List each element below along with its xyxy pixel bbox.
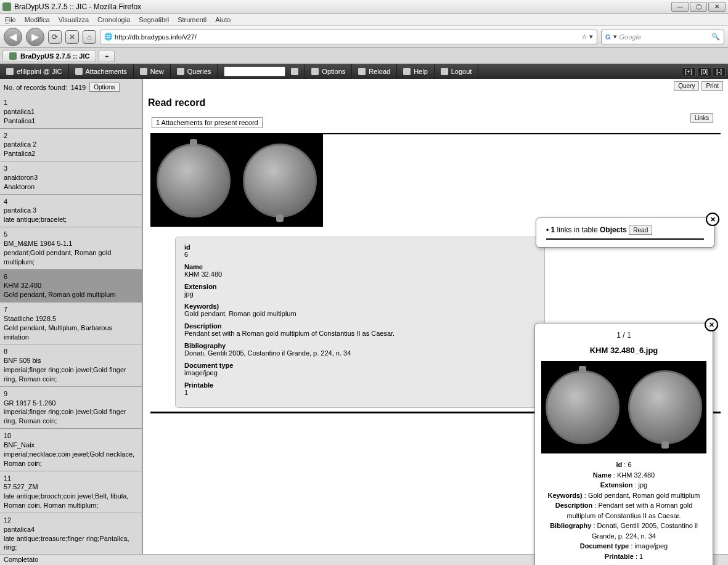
menu-file[interactable]: File: [5, 16, 16, 23]
record-image[interactable]: [150, 134, 323, 227]
record-list-item[interactable]: 10BNF_Naiximperial;necklace;coin jewel;G…: [0, 429, 142, 471]
window-title: BraDypUS 2.7.5 :: JIC - Mozilla Firefox: [14, 2, 671, 11]
record-list-item[interactable]: 1157.527_ZMlate antique;brooch;coin jewe…: [0, 471, 142, 513]
app-toolbar: efilippini @ JIC Attachements New Querie…: [0, 64, 728, 79]
browser-menubar: File Modifica Visualizza Cronologia Segn…: [0, 14, 728, 26]
records-count: 1419: [71, 84, 86, 91]
reload-icon: [358, 68, 366, 75]
globe-icon: 🌐: [104, 33, 113, 41]
attachments-bar[interactable]: 1 Attachements for present record: [152, 117, 263, 128]
grid-icon: [75, 68, 83, 75]
attachment-popup: ✕ 1 / 1 KHM 32.480_6.jpg id : 6 Name : K…: [534, 323, 713, 565]
menu-segnalibri[interactable]: Segnalibri: [139, 16, 169, 23]
popup-close-button[interactable]: ✕: [705, 318, 718, 331]
search-placeholder: Google: [620, 33, 641, 41]
toolbar-search: [218, 64, 305, 79]
user-icon: [6, 68, 14, 75]
toolbar-attachments[interactable]: Attachements: [69, 64, 134, 79]
browser-tab[interactable]: BraDypUS 2.7.5 :: JIC: [2, 50, 96, 62]
record-list-item[interactable]: 12pantalica4late antique;treasure;finger…: [0, 513, 142, 555]
record-list-item[interactable]: 9GR 1917 5-1.260imperial;finger ring;coi…: [0, 387, 142, 429]
menu-cronologia[interactable]: Cronologia: [97, 16, 130, 23]
popup-image[interactable]: [541, 361, 706, 453]
main-panel: Query Print Read record Links 1 Attachem…: [143, 79, 728, 565]
toolbar-options[interactable]: Options: [305, 64, 352, 79]
menu-strumenti[interactable]: Strumenti: [178, 16, 207, 23]
record-detail: id6 NameKHM 32.480 Extensionjpg Keywords…: [175, 237, 545, 408]
popup-counter: 1 / 1: [541, 331, 706, 339]
records-sidebar: No. of records found: 1419 Options 1pant…: [0, 79, 143, 565]
close-button[interactable]: ✕: [708, 2, 726, 12]
back-button[interactable]: ◀: [4, 28, 22, 46]
toolbar-search-input[interactable]: [224, 67, 285, 76]
menu-modifica[interactable]: Modifica: [25, 16, 50, 23]
os-titlebar: BraDypUS 2.7.5 :: JIC - Mozilla Firefox …: [0, 0, 728, 14]
record-list-item[interactable]: 4pantalica 3late antique;bracelet;: [0, 195, 142, 228]
search-icon[interactable]: 🔍: [711, 33, 720, 41]
google-icon: G: [605, 33, 611, 41]
browser-search[interactable]: G ▾ Google 🔍: [601, 30, 724, 44]
coin-reverse: [628, 370, 702, 444]
new-tab-button[interactable]: +: [99, 50, 115, 62]
query-icon: [177, 68, 184, 75]
coin-obverse: [546, 370, 620, 444]
record-list-item[interactable]: 3anaktoron3Anaktoron: [0, 161, 142, 195]
record-list-item[interactable]: 1pantalica1Pantalica1: [0, 96, 142, 129]
links-read-button[interactable]: Read: [629, 226, 652, 235]
zoom-in-button[interactable]: [+]: [682, 67, 696, 76]
toolbar-reload[interactable]: Reload: [352, 64, 397, 79]
browser-navbar: ◀ ▶ ⟳ ✕ ⌂ 🌐 http://db.bradypus.info/v27/…: [0, 26, 728, 48]
search-icon[interactable]: [291, 68, 298, 75]
records-count-label: No. of records found:: [4, 84, 67, 91]
toolbar-queries[interactable]: Queries: [171, 64, 218, 79]
dropdown-icon[interactable]: ▾: [613, 33, 617, 41]
options-icon: [311, 68, 319, 75]
forward-button[interactable]: ▶: [26, 28, 44, 46]
maximize-button[interactable]: ▢: [690, 2, 707, 12]
toolbar-new[interactable]: New: [134, 64, 171, 79]
toolbar-logout[interactable]: Logout: [435, 64, 479, 79]
sidebar-options-button[interactable]: Options: [89, 83, 119, 92]
url-bar[interactable]: 🌐 http://db.bradypus.info/v27/ ☆ ▾: [100, 30, 597, 44]
links-button[interactable]: Links: [690, 113, 713, 123]
status-text: Completato: [4, 556, 38, 563]
print-button[interactable]: Print: [701, 81, 723, 91]
help-icon: [403, 68, 411, 75]
query-button[interactable]: Query: [674, 81, 699, 91]
record-list-item[interactable]: 8BNF 509 bisimperial;finger ring;coin je…: [0, 344, 142, 386]
stop-button[interactable]: ✕: [65, 30, 79, 44]
popup-filename: KHM 32.480_6.jpg: [541, 346, 706, 355]
links-popup: ✕ 1 links in table Objects Read: [536, 217, 714, 248]
bookmark-star-icon[interactable]: ☆: [581, 33, 587, 41]
record-list-item[interactable]: 5BM_M&ME 1984 5-1.1pendant;Gold pendant,…: [0, 227, 142, 269]
page-heading: Read record: [143, 79, 728, 117]
record-list-item[interactable]: 7Staatliche 1928.5Gold pendant, Multiplu…: [0, 303, 142, 344]
zoom-out-button[interactable]: [-]: [713, 67, 726, 76]
toolbar-help[interactable]: Help: [397, 64, 435, 79]
tab-title: BraDypUS 2.7.5 :: JIC: [20, 52, 89, 60]
menu-aiuto[interactable]: Aiuto: [215, 16, 231, 23]
record-list-item[interactable]: 6KHM 32.480Gold pendant, Roman gold mult…: [0, 270, 142, 303]
tab-favicon-icon: [9, 52, 17, 60]
home-button[interactable]: ⌂: [83, 30, 96, 44]
reload-button[interactable]: ⟳: [48, 30, 62, 44]
dropdown-icon[interactable]: ▾: [589, 33, 593, 41]
user-badge[interactable]: efilippini @ JIC: [0, 64, 69, 79]
menu-visualizza[interactable]: Visualizza: [59, 16, 89, 23]
browser-tabbar: BraDypUS 2.7.5 :: JIC +: [0, 48, 728, 64]
zoom-reset-button[interactable]: [0]: [697, 67, 711, 76]
plus-icon: [140, 68, 147, 75]
record-list-item[interactable]: 2pantalica 2Pantalica2: [0, 129, 142, 162]
coin-reverse: [243, 144, 317, 217]
links-close-button[interactable]: ✕: [706, 213, 719, 226]
logout-icon: [441, 68, 448, 75]
minimize-button[interactable]: —: [671, 2, 689, 12]
coin-obverse: [157, 144, 231, 217]
url-text: http://db.bradypus.info/v27/: [115, 33, 197, 41]
popup-metadata: id : 6 Name : KHM 32.480 Extension : jpg…: [541, 460, 706, 561]
app-icon: [2, 2, 11, 11]
